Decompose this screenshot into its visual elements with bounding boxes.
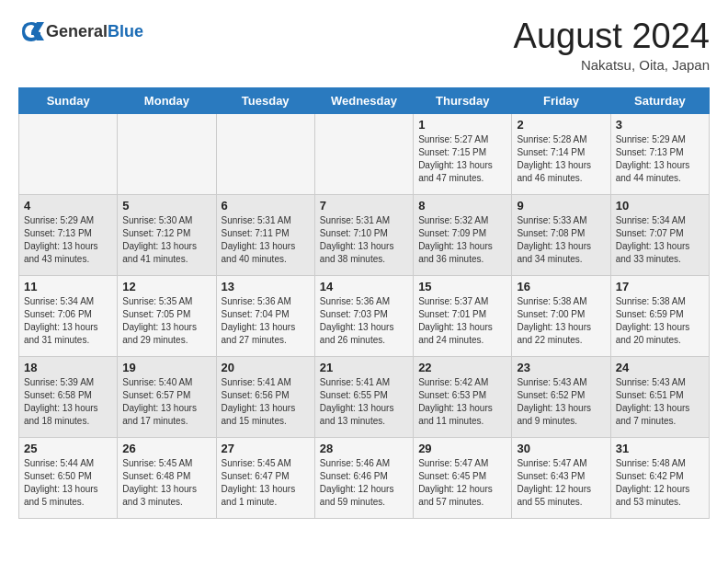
day-header-wednesday: Wednesday: [314, 88, 413, 114]
day-cell: 7Sunrise: 5:31 AMSunset: 7:10 PMDaylight…: [314, 195, 413, 276]
week-row-2: 4Sunrise: 5:29 AMSunset: 7:13 PMDaylight…: [19, 195, 710, 276]
day-cell: [19, 114, 118, 195]
logo-general: General: [46, 22, 108, 40]
day-cell: 31Sunrise: 5:48 AMSunset: 6:42 PMDayligh…: [610, 438, 709, 519]
day-cell: 26Sunrise: 5:45 AMSunset: 6:48 PMDayligh…: [118, 438, 216, 519]
day-cell: 25Sunrise: 5:44 AMSunset: 6:50 PMDayligh…: [19, 438, 118, 519]
day-cell: 29Sunrise: 5:47 AMSunset: 6:45 PMDayligh…: [414, 438, 512, 519]
day-info: Sunrise: 5:32 AMSunset: 7:09 PMDaylight:…: [418, 214, 506, 266]
day-cell: 9Sunrise: 5:33 AMSunset: 7:08 PMDaylight…: [512, 195, 610, 276]
day-info: Sunrise: 5:41 AMSunset: 6:56 PMDaylight:…: [222, 376, 310, 428]
day-cell: 8Sunrise: 5:32 AMSunset: 7:09 PMDaylight…: [414, 195, 512, 276]
day-cell: 15Sunrise: 5:37 AMSunset: 7:01 PMDayligh…: [414, 276, 512, 357]
day-number: 16: [517, 280, 605, 293]
day-number: 20: [222, 361, 310, 374]
day-number: 17: [616, 280, 704, 293]
logo-icon: [18, 18, 44, 44]
day-cell: 19Sunrise: 5:40 AMSunset: 6:57 PMDayligh…: [118, 357, 216, 438]
day-number: 6: [222, 199, 310, 213]
week-row-3: 11Sunrise: 5:34 AMSunset: 7:06 PMDayligh…: [19, 276, 710, 357]
day-number: 26: [122, 442, 210, 455]
day-number: 4: [24, 199, 112, 213]
day-number: 23: [517, 361, 605, 374]
day-info: Sunrise: 5:47 AMSunset: 6:45 PMDaylight:…: [418, 457, 506, 509]
day-number: 1: [418, 118, 506, 132]
logo: GeneralBlue: [18, 18, 143, 44]
day-header-friday: Friday: [512, 88, 610, 114]
day-cell: 3Sunrise: 5:29 AMSunset: 7:13 PMDaylight…: [610, 114, 709, 195]
location-subtitle: Nakatsu, Oita, Japan: [514, 57, 710, 73]
day-info: Sunrise: 5:30 AMSunset: 7:12 PMDaylight:…: [122, 214, 210, 266]
day-cell: [314, 114, 413, 195]
day-number: 11: [24, 280, 112, 293]
day-info: Sunrise: 5:38 AMSunset: 6:59 PMDaylight:…: [616, 295, 704, 347]
day-cell: 5Sunrise: 5:30 AMSunset: 7:12 PMDaylight…: [118, 195, 216, 276]
day-cell: 4Sunrise: 5:29 AMSunset: 7:13 PMDaylight…: [19, 195, 118, 276]
day-info: Sunrise: 5:39 AMSunset: 6:58 PMDaylight:…: [24, 376, 112, 428]
calendar-table: SundayMondayTuesdayWednesdayThursdayFrid…: [18, 87, 710, 519]
day-number: 21: [320, 361, 408, 374]
day-info: Sunrise: 5:34 AMSunset: 7:06 PMDaylight:…: [24, 295, 112, 347]
day-cell: 10Sunrise: 5:34 AMSunset: 7:07 PMDayligh…: [610, 195, 709, 276]
day-number: 19: [122, 361, 210, 374]
day-number: 9: [517, 199, 605, 213]
day-number: 31: [616, 442, 704, 455]
day-number: 27: [222, 442, 310, 455]
day-info: Sunrise: 5:27 AMSunset: 7:15 PMDaylight:…: [418, 133, 506, 185]
day-cell: 21Sunrise: 5:41 AMSunset: 6:55 PMDayligh…: [314, 357, 413, 438]
day-header-saturday: Saturday: [610, 88, 709, 114]
day-info: Sunrise: 5:45 AMSunset: 6:48 PMDaylight:…: [122, 457, 210, 509]
day-cell: 24Sunrise: 5:43 AMSunset: 6:51 PMDayligh…: [610, 357, 709, 438]
day-info: Sunrise: 5:47 AMSunset: 6:43 PMDaylight:…: [517, 457, 605, 509]
day-header-monday: Monday: [118, 88, 216, 114]
day-cell: 20Sunrise: 5:41 AMSunset: 6:56 PMDayligh…: [216, 357, 314, 438]
day-cell: 22Sunrise: 5:42 AMSunset: 6:53 PMDayligh…: [414, 357, 512, 438]
day-header-sunday: Sunday: [19, 88, 118, 114]
day-cell: 18Sunrise: 5:39 AMSunset: 6:58 PMDayligh…: [19, 357, 118, 438]
day-info: Sunrise: 5:40 AMSunset: 6:57 PMDaylight:…: [122, 376, 210, 428]
logo-blue: Blue: [108, 22, 143, 40]
day-number: 18: [24, 361, 112, 374]
day-info: Sunrise: 5:36 AMSunset: 7:04 PMDaylight:…: [222, 295, 310, 347]
day-info: Sunrise: 5:42 AMSunset: 6:53 PMDaylight:…: [418, 376, 506, 428]
day-info: Sunrise: 5:29 AMSunset: 7:13 PMDaylight:…: [24, 214, 112, 266]
day-cell: 23Sunrise: 5:43 AMSunset: 6:52 PMDayligh…: [512, 357, 610, 438]
month-year-title: August 2024: [514, 18, 710, 53]
day-number: 2: [517, 118, 605, 132]
page-header: GeneralBlue August 2024 Nakatsu, Oita, J…: [18, 18, 710, 73]
day-info: Sunrise: 5:41 AMSunset: 6:55 PMDaylight:…: [320, 376, 408, 428]
day-number: 30: [517, 442, 605, 455]
day-cell: 14Sunrise: 5:36 AMSunset: 7:03 PMDayligh…: [314, 276, 413, 357]
day-info: Sunrise: 5:29 AMSunset: 7:13 PMDaylight:…: [616, 133, 704, 185]
day-number: 5: [122, 199, 210, 213]
day-info: Sunrise: 5:44 AMSunset: 6:50 PMDaylight:…: [24, 457, 112, 509]
title-block: August 2024 Nakatsu, Oita, Japan: [514, 18, 710, 73]
day-header-tuesday: Tuesday: [216, 88, 314, 114]
day-info: Sunrise: 5:34 AMSunset: 7:07 PMDaylight:…: [616, 214, 704, 266]
day-info: Sunrise: 5:33 AMSunset: 7:08 PMDaylight:…: [517, 214, 605, 266]
day-info: Sunrise: 5:37 AMSunset: 7:01 PMDaylight:…: [418, 295, 506, 347]
day-number: 14: [320, 280, 408, 293]
week-row-1: 1Sunrise: 5:27 AMSunset: 7:15 PMDaylight…: [19, 114, 710, 195]
day-number: 12: [122, 280, 210, 293]
day-info: Sunrise: 5:31 AMSunset: 7:11 PMDaylight:…: [222, 214, 310, 266]
day-cell: 27Sunrise: 5:45 AMSunset: 6:47 PMDayligh…: [216, 438, 314, 519]
day-cell: 17Sunrise: 5:38 AMSunset: 6:59 PMDayligh…: [610, 276, 709, 357]
day-cell: 11Sunrise: 5:34 AMSunset: 7:06 PMDayligh…: [19, 276, 118, 357]
day-info: Sunrise: 5:28 AMSunset: 7:14 PMDaylight:…: [517, 133, 605, 185]
day-number: 10: [616, 199, 704, 213]
day-info: Sunrise: 5:46 AMSunset: 6:46 PMDaylight:…: [320, 457, 408, 509]
day-number: 8: [418, 199, 506, 213]
day-number: 3: [616, 118, 704, 132]
day-cell: 12Sunrise: 5:35 AMSunset: 7:05 PMDayligh…: [118, 276, 216, 357]
day-number: 29: [418, 442, 506, 455]
day-info: Sunrise: 5:38 AMSunset: 7:00 PMDaylight:…: [517, 295, 605, 347]
day-number: 15: [418, 280, 506, 293]
day-info: Sunrise: 5:48 AMSunset: 6:42 PMDaylight:…: [616, 457, 704, 509]
day-cell: 6Sunrise: 5:31 AMSunset: 7:11 PMDaylight…: [216, 195, 314, 276]
day-cell: 16Sunrise: 5:38 AMSunset: 7:00 PMDayligh…: [512, 276, 610, 357]
day-header-thursday: Thursday: [414, 88, 512, 114]
day-cell: 30Sunrise: 5:47 AMSunset: 6:43 PMDayligh…: [512, 438, 610, 519]
week-row-5: 25Sunrise: 5:44 AMSunset: 6:50 PMDayligh…: [19, 438, 710, 519]
day-cell: [118, 114, 216, 195]
